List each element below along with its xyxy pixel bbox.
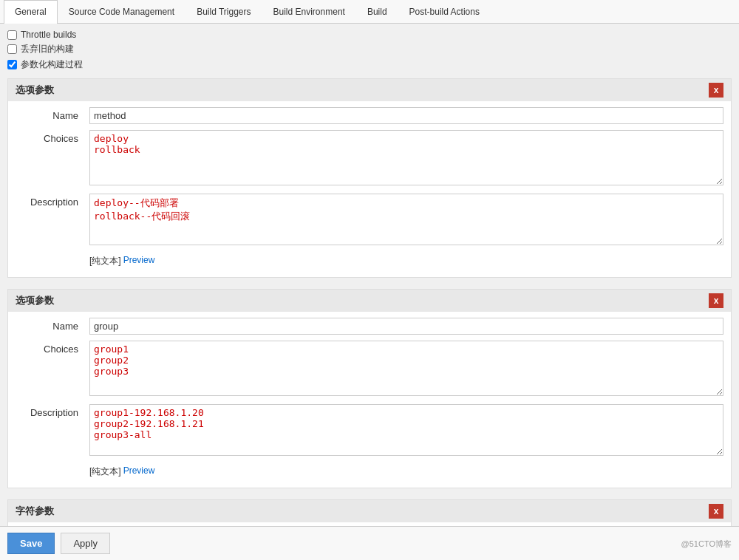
param-input-name-method[interactable] (89, 107, 723, 124)
param-row-desc-group: Description group1-192.168.1.20 group2-1… (8, 404, 731, 458)
param-label-choices-group: Choices (16, 341, 89, 355)
param-close-method[interactable]: x (709, 83, 723, 98)
preview-link-row-group: [纯文本] Preview (8, 464, 731, 482)
param-header-method: 选项参数 x (8, 79, 731, 101)
param-block-group: 选项参数 x Name Choices group1 group2 group3… (7, 289, 732, 488)
param-textarea-desc-group[interactable]: group1-192.168.1.20 group2-192.168.1.21 … (89, 404, 723, 456)
param-row-choices-method: Choices deploy rollback (8, 130, 731, 188)
checkbox-discard-label: 丢弃旧的构建 (21, 43, 74, 55)
param-field-choices-method: deploy rollback (89, 130, 723, 188)
param-row-choices-group: Choices group1 group2 group3 (8, 341, 731, 398)
tab-build[interactable]: Build (356, 0, 398, 23)
checkboxes-area: Throttle builds 丢弃旧的构建 参数化构建过程 (7, 30, 732, 71)
tab-scm[interactable]: Source Code Management (58, 0, 185, 23)
param-body-method: Name Choices deploy rollback Description… (8, 101, 731, 277)
param-input-name-group[interactable] (89, 318, 723, 335)
param-row-name-method: Name (8, 107, 731, 124)
checkbox-discard[interactable] (7, 44, 17, 54)
plain-text-group: [纯文本] (89, 465, 121, 478)
tab-environment[interactable]: Build Environment (262, 0, 356, 23)
checkbox-parameterize-label: 参数化构建过程 (21, 58, 83, 71)
param-label-name-group: Name (16, 318, 89, 332)
tab-triggers[interactable]: Build Triggers (185, 0, 262, 23)
apply-button[interactable]: Apply (61, 533, 110, 554)
param-label-name-method: Name (16, 107, 89, 121)
checkbox-throttle-row: Throttle builds (7, 30, 732, 40)
param-header-label-method: 选项参数 (16, 83, 54, 97)
param-row-name-group: Name (8, 318, 731, 335)
param-header-group: 选项参数 x (8, 290, 731, 312)
checkbox-throttle-label: Throttle builds (21, 30, 76, 40)
param-textarea-choices-method[interactable]: deploy rollback (89, 130, 723, 185)
param-label-desc-method: Description (16, 194, 89, 208)
checkbox-parameterize-row: 参数化构建过程 (7, 58, 732, 71)
tabs-bar: General Source Code Management Build Tri… (0, 0, 739, 24)
param-field-choices-group: group1 group2 group3 (89, 341, 723, 398)
param-close-branch[interactable]: x (709, 504, 723, 519)
param-field-name-group (89, 318, 723, 335)
checkbox-parameterize[interactable] (7, 60, 17, 69)
param-body-group: Name Choices group1 group2 group3 Descri… (8, 312, 731, 488)
tab-general[interactable]: General (4, 0, 58, 24)
param-row-desc-method: Description deploy--代码部署 rollback--代码回滚 (8, 194, 731, 247)
param-close-group[interactable]: x (709, 293, 723, 308)
param-textarea-desc-method[interactable]: deploy--代码部署 rollback--代码回滚 (89, 194, 723, 245)
preview-link-row-method: [纯文本] Preview (8, 253, 731, 271)
tab-postbuild[interactable]: Post-build Actions (398, 0, 491, 23)
param-field-desc-method: deploy--代码部署 rollback--代码回滚 (89, 194, 723, 247)
plain-text-method: [纯文本] (89, 255, 121, 267)
param-textarea-choices-group[interactable]: group1 group2 group3 (89, 341, 723, 396)
param-field-desc-group: group1-192.168.1.20 group2-192.168.1.21 … (89, 404, 723, 458)
checkbox-discard-row: 丢弃旧的构建 (7, 43, 732, 55)
bottom-bar: Save Apply (0, 526, 739, 560)
param-block-method: 选项参数 x Name Choices deploy rollback Desc… (7, 78, 732, 278)
param-label-desc-group: Description (16, 404, 89, 418)
param-header-label-group: 选项参数 (16, 294, 54, 307)
preview-link-method[interactable]: Preview (123, 255, 155, 267)
preview-link-group[interactable]: Preview (123, 465, 155, 478)
save-button[interactable]: Save (7, 533, 55, 554)
param-field-name-method (89, 107, 723, 124)
param-header-label-branch: 字符参数 (16, 505, 54, 518)
checkbox-throttle[interactable] (7, 30, 17, 40)
watermark: @51CTO博客 (681, 539, 732, 550)
param-header-branch: 字符参数 x (8, 500, 731, 522)
main-content: Throttle builds 丢弃旧的构建 参数化构建过程 选项参数 x Na… (0, 24, 739, 560)
param-label-choices-method: Choices (16, 130, 89, 144)
